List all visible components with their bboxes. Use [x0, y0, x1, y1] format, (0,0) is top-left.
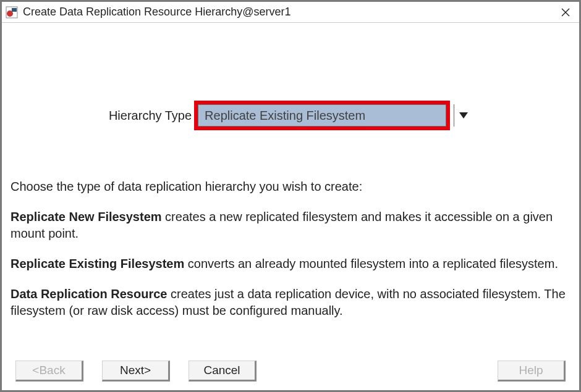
intro-text: Choose the type of data replication hier…	[11, 178, 570, 195]
dropdown-arrow-button[interactable]	[454, 104, 472, 127]
hierarchy-type-row: Hierarchy Type Replicate Existing Filesy…	[109, 101, 472, 130]
dropdown-selected-value: Replicate Existing Filesystem	[198, 109, 446, 123]
option-3-title: Data Replication Resource	[11, 287, 167, 301]
svg-marker-5	[459, 112, 468, 119]
form-area: Hierarchy Type Replicate Existing Filesy…	[11, 23, 570, 171]
close-button[interactable]	[552, 2, 579, 23]
button-bar: <Back Next> Cancel Help	[11, 356, 570, 390]
chevron-down-icon	[459, 112, 468, 119]
svg-rect-2	[12, 8, 17, 12]
option-1-title: Replicate New Filesystem	[11, 210, 162, 223]
hierarchy-type-dropdown[interactable]: Replicate Existing Filesystem	[198, 104, 446, 127]
description-area: Choose the type of data replication hier…	[11, 171, 570, 356]
option-2-text: Replicate Existing Filesystem converts a…	[11, 256, 570, 272]
back-button[interactable]: <Back	[15, 361, 83, 382]
option-1-text: Replicate New Filesystem creates a new r…	[11, 209, 570, 242]
titlebar: Create Data Replication Resource Hierarc…	[2, 2, 579, 23]
next-button[interactable]: Next>	[102, 361, 170, 382]
cancel-button[interactable]: Cancel	[189, 361, 257, 382]
option-2-body: converts an already mounted filesystem i…	[184, 257, 558, 270]
content-area: Hierarchy Type Replicate Existing Filesy…	[2, 23, 579, 390]
hierarchy-type-label: Hierarchy Type	[109, 109, 192, 123]
option-3-text: Data Replication Resource creates just a…	[11, 286, 570, 319]
app-icon	[6, 6, 18, 19]
window-title: Create Data Replication Resource Hierarc…	[23, 6, 552, 19]
dialog-window: Create Data Replication Resource Hierarc…	[0, 0, 581, 392]
help-button[interactable]: Help	[498, 361, 566, 382]
option-2-title: Replicate Existing Filesystem	[11, 257, 184, 270]
highlight-box: Replicate Existing Filesystem	[194, 101, 450, 130]
